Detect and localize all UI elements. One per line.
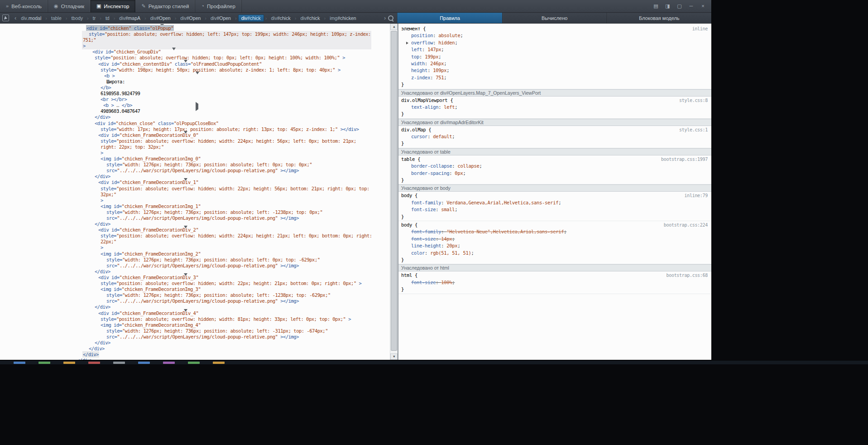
css-declaration[interactable]: font-family: "Helvetica Neue",Helvetica,…: [398, 228, 711, 235]
tool-tab-style-editor[interactable]: ✎Редактор стилей: [135, 0, 195, 12]
rule-selector[interactable]: body: [401, 192, 412, 199]
markup-line[interactable]: style="position: absolute; overflow: hid…: [0, 186, 398, 192]
breadcrumb-item-6[interactable]: div#Open: [148, 15, 173, 22]
rule-selector[interactable]: table: [401, 156, 415, 163]
breadcrumb-scroll-right[interactable]: ›: [382, 15, 388, 21]
markup-line[interactable]: style="width: 1276px; height: 736px; pos…: [0, 209, 398, 215]
markup-line[interactable]: src="../../../war/script/OpenLayers/img/…: [0, 168, 398, 174]
markup-line[interactable]: </div>: [0, 358, 398, 360]
markup-line[interactable]: src="../../../war/script/OpenLayers/img/…: [0, 334, 398, 340]
search-icon[interactable]: [388, 15, 394, 21]
breadcrumb-item-2[interactable]: tbody: [68, 15, 86, 22]
css-source-link[interactable]: bootstrap.css:224: [664, 222, 711, 228]
tool-tab-profiler[interactable]: ◔Профайлер: [195, 0, 242, 12]
rule-selector[interactable]: div.olMapViewport: [401, 97, 447, 104]
css-declaration[interactable]: z-index: 751;: [398, 74, 711, 81]
css-declaration[interactable]: font-size: 100%;: [398, 279, 711, 286]
markup-line[interactable]: <div id="chicken_FrameDecorationDiv_3": [0, 275, 398, 281]
markup-line[interactable]: style="position: absolute; overflow: hid…: [0, 138, 398, 144]
rule-selector[interactable]: html: [401, 272, 412, 279]
markup-line[interactable]: <b >: [0, 73, 398, 79]
scrollbar-thumb[interactable]: [391, 31, 397, 351]
markup-line[interactable]: <div id="chicken_close" class="olPopupCl…: [0, 121, 398, 126]
markup-line[interactable]: style="width: 17px; height: 17px; positi…: [0, 126, 398, 132]
markup-line[interactable]: style="position: absolute; overflow: hid…: [0, 55, 398, 61]
markup-line[interactable]: style="position: absolute; overflow: hid…: [0, 281, 398, 286]
breadcrumb-item-9[interactable]: div#chick: [238, 15, 264, 22]
rule-selector[interactable]: body: [401, 222, 412, 228]
markup-line[interactable]: <div id="chicken_GroupDiv": [0, 49, 398, 55]
css-declaration[interactable]: overflow: hidden;: [398, 39, 711, 46]
rule-selector[interactable]: div.olMap: [401, 126, 426, 133]
markup-line[interactable]: style="width: 1276px; height: 736px; pos…: [0, 257, 398, 263]
markup-line[interactable]: </b>: [0, 85, 398, 91]
css-source-link[interactable]: bootstrap.css:1997: [661, 156, 711, 163]
markup-line[interactable]: <div id="chicken_FrameDecorationDiv_1": [0, 179, 398, 185]
markup-line[interactable]: >: [0, 43, 398, 49]
css-declaration[interactable]: width: 246px;: [398, 60, 711, 67]
taskbar-app-icon[interactable]: [163, 362, 175, 364]
markup-line[interactable]: <img id="chicken_FrameDecorationImg_2": [0, 251, 398, 257]
breadcrumb-item-0[interactable]: div.modal: [18, 15, 44, 22]
markup-line[interactable]: <div id="chicken_FrameDecorationDiv_2": [0, 227, 398, 233]
markup-line[interactable]: <div id="chicken_contentDiv" class="olFr…: [0, 61, 398, 67]
markup-line[interactable]: src="../../../war/script/OpenLayers/img/…: [0, 298, 398, 304]
css-declaration[interactable]: border-collapse: collapse;: [398, 163, 711, 169]
css-declaration[interactable]: line-height: 20px;: [398, 242, 711, 249]
css-declaration[interactable]: height: 109px;: [398, 67, 711, 74]
css-declaration[interactable]: font-size: small;: [398, 206, 711, 213]
minimize-icon[interactable]: ─: [687, 3, 695, 10]
markup-line[interactable]: 22px;": [0, 239, 398, 245]
markup-line[interactable]: 32px;": [0, 192, 398, 198]
markup-line[interactable]: >: [0, 245, 398, 251]
tool-tab-web-console[interactable]: »Веб-консоль: [0, 0, 48, 12]
markup-line[interactable]: </div>: [0, 269, 398, 275]
markup-line[interactable]: style="position: absolute; overflow: hid…: [0, 233, 398, 239]
css-source-link[interactable]: inline: [692, 25, 711, 32]
markup-line[interactable]: <img id="chicken_FrameDecorationImg_0": [0, 156, 398, 162]
markup-line[interactable]: style="width: 1276px; height: 736px; pos…: [0, 292, 398, 298]
css-source-link[interactable]: inline:79: [685, 192, 712, 199]
breadcrumb-item-12[interactable]: img#chicken: [327, 15, 359, 22]
tool-tab-inspector[interactable]: ▣Инспектор: [91, 0, 136, 12]
markup-line[interactable]: </div>: [0, 352, 398, 358]
markup-line[interactable]: style="width: 1276px; height: 736px; pos…: [0, 328, 398, 334]
breadcrumb-item-1[interactable]: table: [48, 15, 64, 22]
breadcrumb-item-10[interactable]: div#chick: [269, 15, 293, 22]
sidebar-tab-box-model[interactable]: Блоковая модель: [607, 13, 711, 23]
markup-line[interactable]: style="position: absolute; overflow: hid…: [0, 316, 398, 322]
taskbar-app-icon[interactable]: [14, 362, 25, 364]
css-source-link[interactable]: style.css:1: [679, 126, 711, 133]
pick-element-icon[interactable]: [2, 15, 9, 21]
dock-side-icon[interactable]: ◨: [664, 3, 671, 10]
css-declaration[interactable]: font-size: 14px;: [398, 236, 711, 242]
markup-line[interactable]: <br ></br>: [0, 97, 398, 102]
close-icon[interactable]: ×: [699, 3, 707, 10]
markup-line[interactable]: </div>: [0, 346, 398, 352]
css-declaration[interactable]: left: 147px;: [398, 46, 711, 53]
expand-computed-icon[interactable]: [406, 42, 408, 44]
markup-line[interactable]: </div>: [0, 221, 398, 227]
markup-line[interactable]: </div>: [0, 340, 398, 346]
css-declaration[interactable]: border-spacing: 0px;: [398, 170, 711, 177]
taskbar-app-icon[interactable]: [113, 362, 125, 364]
dock-bottom-icon[interactable]: ▤: [652, 3, 660, 10]
markup-line[interactable]: >: [0, 198, 398, 203]
taskbar-app-icon[interactable]: [38, 362, 50, 364]
markup-line[interactable]: <img id="chicken_FrameDecorationImg_1": [0, 203, 398, 209]
markup-line[interactable]: style="width: 1276px; height: 736px; pos…: [0, 162, 398, 168]
scroll-down-icon[interactable]: ▼: [390, 353, 398, 360]
tool-tab-debugger[interactable]: ◉Отладчик: [48, 0, 91, 12]
css-declaration[interactable]: cursor: default;: [398, 133, 711, 140]
css-declaration[interactable]: font-family: Verdana,Geneva,Arial,Helvet…: [398, 199, 711, 206]
markup-line[interactable]: right: 22px; top: 32px;": [0, 144, 398, 150]
css-source-link[interactable]: style.css:8: [679, 97, 711, 104]
sidebar-tab-computed[interactable]: Вычислено: [502, 13, 607, 23]
sidebar-tab-rules[interactable]: Правила: [397, 13, 502, 23]
breadcrumb-item-8[interactable]: div#Open: [208, 15, 234, 22]
markup-line[interactable]: src="../../../war/script/OpenLayers/img/…: [0, 215, 398, 221]
css-declaration[interactable]: text-align: left;: [398, 104, 711, 111]
markup-line[interactable]: <div id="chicken_FrameDecorationDiv_4": [0, 310, 398, 316]
scroll-up-icon[interactable]: ▲: [390, 24, 398, 30]
css-declaration[interactable]: top: 199px;: [398, 53, 711, 60]
